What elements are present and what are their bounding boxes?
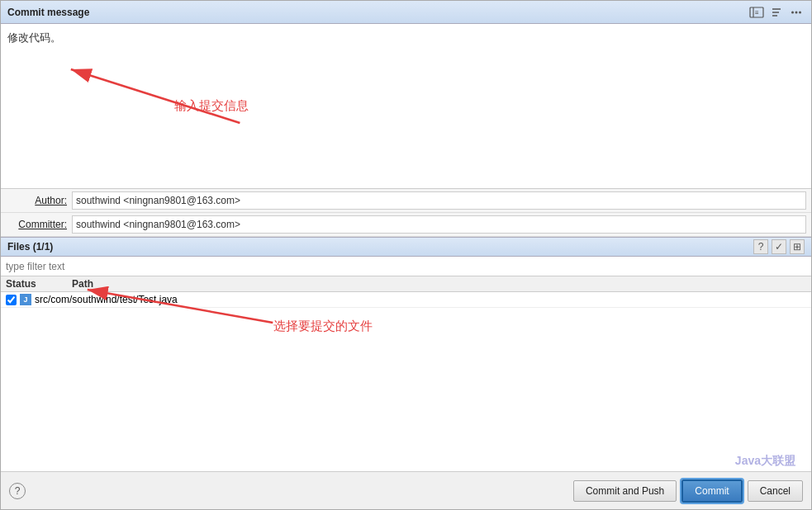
files-table: Status Path J src/com/southwind/test/Tes… <box>1 276 811 471</box>
files-help-icon[interactable]: ? <box>753 239 768 254</box>
col-header-status: Status <box>6 278 72 290</box>
svg-text:≡: ≡ <box>755 9 759 17</box>
files-section: Files (1/1) ? ✓ ⊞ Status Path J <box>1 237 811 471</box>
dialog-title: Commit message <box>7 7 89 18</box>
svg-point-8 <box>799 11 801 13</box>
files-table-header: Status Path <box>1 276 811 292</box>
files-content-area: Status Path J src/com/southwind/test/Tes… <box>1 276 811 471</box>
svg-point-6 <box>791 11 794 13</box>
file-checkbox[interactable] <box>6 295 17 305</box>
files-header: Files (1/1) ? ✓ ⊞ <box>1 237 811 257</box>
commit-message-textarea[interactable] <box>1 24 811 189</box>
author-input[interactable] <box>72 191 806 210</box>
help-button[interactable]: ? <box>9 483 26 499</box>
svg-point-7 <box>795 11 798 13</box>
author-row: Author: <box>1 189 811 213</box>
java-file-icon: J <box>20 294 31 305</box>
commit-dialog: Commit message ≡ <box>0 0 812 510</box>
committer-input[interactable] <box>72 215 806 234</box>
files-layout-icon[interactable]: ⊞ <box>790 239 805 254</box>
header-icons: ≡ <box>748 4 805 21</box>
dialog-header: Commit message ≡ <box>1 1 811 24</box>
cancel-button[interactable]: Cancel <box>748 480 803 502</box>
footer-left: ? <box>9 483 26 499</box>
committer-label[interactable]: Committer: <box>6 219 72 230</box>
dialog-footer: ? Commit and Push Commit Cancel <box>1 471 811 509</box>
commit-button[interactable]: Commit <box>681 479 742 503</box>
header-icon-2[interactable] <box>768 4 785 21</box>
header-icon-3[interactable] <box>788 4 805 21</box>
files-check-icon[interactable]: ✓ <box>772 239 786 254</box>
header-icon-1[interactable]: ≡ <box>748 4 765 21</box>
filter-input[interactable] <box>1 257 811 276</box>
table-row[interactable]: J src/com/southwind/test/Test.java <box>1 292 811 308</box>
file-path: src/com/southwind/test/Test.java <box>35 294 178 305</box>
dialog-content: 输入提交信息 Author: Committer: Files (1/1) ? … <box>1 24 811 471</box>
files-title: Files (1/1) <box>7 241 53 253</box>
commit-and-push-button[interactable]: Commit and Push <box>573 480 677 502</box>
author-label[interactable]: Author: <box>6 195 72 206</box>
footer-right: Commit and Push Commit Cancel <box>573 479 803 503</box>
committer-row: Committer: <box>1 213 811 237</box>
col-header-path: Path <box>72 278 806 290</box>
files-header-icons: ? ✓ ⊞ <box>753 239 805 254</box>
commit-message-section: 输入提交信息 <box>1 24 811 189</box>
